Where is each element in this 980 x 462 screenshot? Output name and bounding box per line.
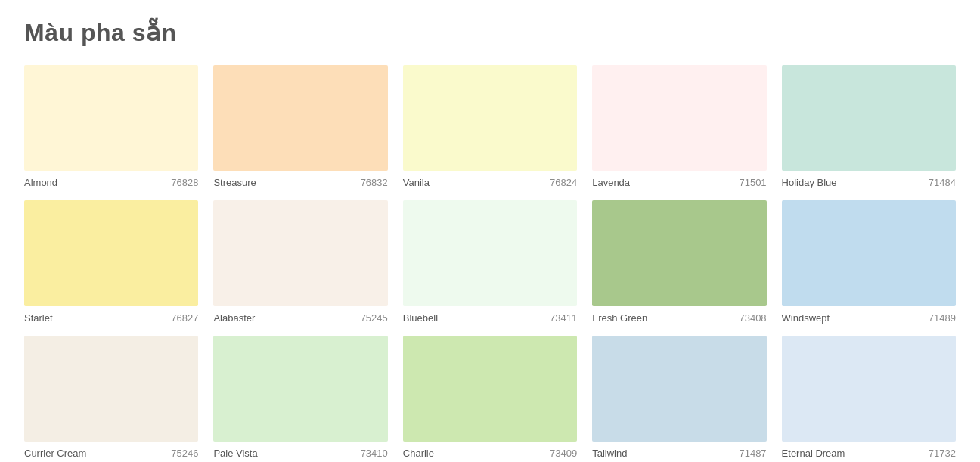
color-label: Alabaster75245 xyxy=(213,312,387,324)
color-swatch xyxy=(24,336,198,442)
color-card: Currier Cream75246 xyxy=(24,336,198,459)
color-card: Alabaster75245 xyxy=(213,200,387,324)
color-label: Lavenda71501 xyxy=(592,177,766,188)
color-swatch xyxy=(782,65,956,171)
color-grid: Almond76828Streasure76832Vanila76824Lave… xyxy=(24,65,956,459)
color-label: Pale Vista73410 xyxy=(213,448,387,459)
color-name: Streasure xyxy=(213,177,256,188)
color-swatch xyxy=(403,336,577,442)
color-code: 76827 xyxy=(171,312,198,324)
color-card: Charlie73409 xyxy=(403,336,577,459)
color-code: 73408 xyxy=(739,312,766,324)
color-swatch xyxy=(213,200,387,306)
color-swatch xyxy=(592,200,766,306)
color-swatch xyxy=(592,336,766,442)
color-card: Holiday Blue71484 xyxy=(782,65,956,188)
color-label: Charlie73409 xyxy=(403,448,577,459)
color-label: Fresh Green73408 xyxy=(592,312,766,324)
color-label: Windswept71489 xyxy=(782,312,956,324)
color-name: Pale Vista xyxy=(213,448,257,459)
color-name: Fresh Green xyxy=(592,312,647,324)
color-name: Tailwind xyxy=(592,448,627,459)
color-name: Vanila xyxy=(403,177,430,188)
color-name: Alabaster xyxy=(213,312,255,324)
color-card: Lavenda71501 xyxy=(592,65,766,188)
color-name: Almond xyxy=(24,177,57,188)
color-name: Charlie xyxy=(403,448,434,459)
color-label: Starlet76827 xyxy=(24,312,198,324)
color-name: Lavenda xyxy=(592,177,630,188)
color-swatch xyxy=(213,65,387,171)
color-name: Holiday Blue xyxy=(782,177,837,188)
color-card: Pale Vista73410 xyxy=(213,336,387,459)
color-code: 71501 xyxy=(739,177,766,188)
page-title: Màu pha sẵn xyxy=(24,18,956,47)
color-card: Eternal Dream71732 xyxy=(782,336,956,459)
color-card: Almond76828 xyxy=(24,65,198,188)
color-code: 73409 xyxy=(550,448,577,459)
color-card: Bluebell73411 xyxy=(403,200,577,324)
color-card: Streasure76832 xyxy=(213,65,387,188)
color-label: Tailwind71487 xyxy=(592,448,766,459)
color-name: Windswept xyxy=(782,312,830,324)
color-code: 73410 xyxy=(361,448,388,459)
color-swatch xyxy=(213,336,387,442)
color-code: 76824 xyxy=(550,177,577,188)
color-name: Starlet xyxy=(24,312,53,324)
color-code: 75246 xyxy=(171,448,198,459)
color-card: Vanila76824 xyxy=(403,65,577,188)
color-swatch xyxy=(782,200,956,306)
color-swatch xyxy=(24,65,198,171)
color-code: 75245 xyxy=(361,312,388,324)
color-swatch xyxy=(782,336,956,442)
color-card: Starlet76827 xyxy=(24,200,198,324)
color-swatch xyxy=(403,200,577,306)
color-code: 71487 xyxy=(739,448,766,459)
color-card: Fresh Green73408 xyxy=(592,200,766,324)
color-label: Holiday Blue71484 xyxy=(782,177,956,188)
color-card: Tailwind71487 xyxy=(592,336,766,459)
color-swatch xyxy=(592,65,766,171)
color-label: Streasure76832 xyxy=(213,177,387,188)
color-code: 71489 xyxy=(929,312,956,324)
color-code: 76828 xyxy=(171,177,198,188)
color-label: Vanila76824 xyxy=(403,177,577,188)
color-name: Eternal Dream xyxy=(782,448,845,459)
color-name: Currier Cream xyxy=(24,448,86,459)
color-label: Currier Cream75246 xyxy=(24,448,198,459)
color-card: Windswept71489 xyxy=(782,200,956,324)
color-code: 76832 xyxy=(361,177,388,188)
color-swatch xyxy=(24,200,198,306)
color-name: Bluebell xyxy=(403,312,438,324)
color-code: 71484 xyxy=(929,177,956,188)
color-swatch xyxy=(403,65,577,171)
color-label: Almond76828 xyxy=(24,177,198,188)
color-label: Eternal Dream71732 xyxy=(782,448,956,459)
color-code: 71732 xyxy=(929,448,956,459)
color-label: Bluebell73411 xyxy=(403,312,577,324)
color-code: 73411 xyxy=(550,312,577,324)
